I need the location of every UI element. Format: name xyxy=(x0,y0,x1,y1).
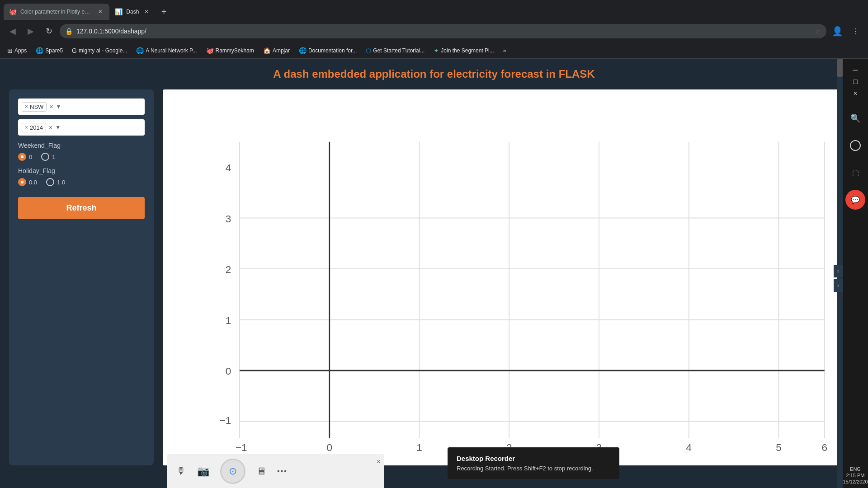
bookmark-apps[interactable]: ⊞ Apps xyxy=(4,45,30,56)
windows-sidebar: ─ □ × 🔍 ⬚ 💬 ENG 2:15 PM 15/12/2020 xyxy=(843,59,868,488)
holiday-flag-0-radio[interactable] xyxy=(18,178,26,186)
minimize-button[interactable]: ─ xyxy=(853,66,858,74)
state-dropdown[interactable]: × NSW × ▼ xyxy=(18,99,145,115)
bookmark-google-label: mighty ai - Google... xyxy=(79,47,127,54)
state-dropdown-clear[interactable]: × xyxy=(49,103,53,110)
page-header: A dash embedded application for electric… xyxy=(0,59,868,89)
camera-icon: 📷 xyxy=(197,465,209,477)
bookmark-vscode[interactable]: ⬡ Get Started Tutorial... xyxy=(362,45,428,56)
bookmark-more[interactable]: » xyxy=(500,46,510,56)
weekend-flag-group: 0 1 xyxy=(18,153,145,161)
bookmarks-bar: ⊞ Apps 🌐 Spare5 G mighty ai - Google... … xyxy=(0,42,868,59)
close-window-button[interactable]: × xyxy=(853,89,857,98)
bookmark-neural-label: A Neural Network P... xyxy=(146,47,197,54)
holiday-flag-1[interactable]: 1.0 xyxy=(46,178,65,186)
bookmark-docs[interactable]: 🌐 Documentation for... xyxy=(295,45,360,56)
recorder-body: Recording Started. Press Shift+F2 to sto… xyxy=(457,465,610,472)
recorder-title: Desktop Recorder xyxy=(457,455,610,462)
svg-text:5: 5 xyxy=(776,442,782,453)
record-icon: ⊙ xyxy=(229,465,237,477)
holiday-flag-0-label: 0.0 xyxy=(29,179,37,186)
holiday-flag-0[interactable]: 0.0 xyxy=(18,178,37,186)
language-indicator: ENG xyxy=(850,466,861,472)
svg-text:1: 1 xyxy=(226,315,231,326)
notification-icon: 💬 xyxy=(851,196,860,204)
refresh-button[interactable]: Refresh xyxy=(18,197,145,219)
back-button[interactable]: ◀ xyxy=(5,24,20,38)
vscode-icon: ⬡ xyxy=(366,47,371,54)
chart-area: 0 1 2 3 4 −1 −1 0 1 2 3 4 5 6 xyxy=(163,89,859,465)
reload-button[interactable]: ↻ xyxy=(42,24,56,38)
screen-recorder-toolbar: × 🎙 📷 ⊙ 🖥 ••• xyxy=(167,454,384,488)
collapse-left-button[interactable]: ‹ xyxy=(834,265,843,277)
main-area: × NSW × ▼ × 2014 × ▼ xyxy=(0,89,868,465)
weekend-flag-0-radio[interactable] xyxy=(18,153,26,161)
bookmark-apps-label: Apps xyxy=(14,47,27,54)
expand-right-button[interactable]: › xyxy=(834,279,843,292)
address-input[interactable]: 127.0.0.1:5000/dashapp/ xyxy=(76,28,811,35)
cortana-button[interactable] xyxy=(845,136,865,155)
year-dropdown[interactable]: × 2014 × ▼ xyxy=(18,119,145,136)
year-dropdown-arrow[interactable]: ▼ xyxy=(55,124,61,131)
record-center-button[interactable]: ⊙ xyxy=(220,459,245,484)
bookmark-segment-label: Join the Segment Pl... xyxy=(441,47,494,54)
weekend-flag-1-radio[interactable] xyxy=(41,153,49,161)
more-options-button[interactable]: ••• xyxy=(277,467,288,475)
menu-button[interactable]: ⋮ xyxy=(848,24,863,38)
bookmark-spare5[interactable]: 🌐 Spare5 xyxy=(32,45,66,56)
mic-button[interactable]: 🎙 xyxy=(176,465,186,477)
camera-button[interactable]: 📷 xyxy=(197,465,209,477)
neural-icon: 🌐 xyxy=(136,47,144,54)
maximize-button[interactable]: □ xyxy=(853,78,858,86)
state-dropdown-arrow[interactable]: ▼ xyxy=(56,103,61,110)
taskview-icon: ⬚ xyxy=(852,169,859,177)
year-dropdown-clear[interactable]: × xyxy=(49,124,52,131)
weekend-flag-0[interactable]: 0 xyxy=(18,153,32,161)
bookmark-spare5-label: Spare5 xyxy=(45,47,63,54)
chart-svg: 0 1 2 3 4 −1 −1 0 1 2 3 4 5 6 xyxy=(172,99,850,456)
github-tab[interactable]: 🐙 Color parameter in Plotly express... × xyxy=(4,4,109,20)
svg-text:4: 4 xyxy=(686,442,692,453)
bookmark-vscode-label: Get Started Tutorial... xyxy=(373,47,425,54)
dash-tab-close[interactable]: × xyxy=(142,7,150,17)
monitor-icon: 🖥 xyxy=(256,465,266,477)
weekend-flag-1-label: 1 xyxy=(52,154,55,160)
github-tab-icon: 🐙 xyxy=(9,8,17,15)
bookmark-ampjar-label: Ampjar xyxy=(273,47,290,54)
svg-text:0: 0 xyxy=(226,366,231,377)
holiday-flag-group: 0.0 1.0 xyxy=(18,178,145,186)
state-tag-close[interactable]: × xyxy=(25,103,28,110)
holiday-flag-1-radio[interactable] xyxy=(46,178,54,186)
monitor-button[interactable]: 🖥 xyxy=(256,465,266,477)
weekend-flag-0-label: 0 xyxy=(29,154,32,160)
bookmark-rammy[interactable]: 🐙 RammySekham xyxy=(203,45,258,56)
notification-button[interactable]: 💬 xyxy=(845,190,865,210)
scrollbar-thumb[interactable] xyxy=(837,59,843,77)
new-tab-button[interactable]: + xyxy=(158,5,170,18)
weekend-flag-1[interactable]: 1 xyxy=(41,153,55,161)
bookmark-star-icon[interactable]: ☆ xyxy=(815,27,821,36)
profile-icon[interactable]: 👤 xyxy=(830,24,844,38)
clock-time: 2:15 PM xyxy=(846,473,865,478)
address-bar[interactable]: 🔒 127.0.0.1:5000/dashapp/ ☆ xyxy=(60,24,826,38)
holiday-flag-label: Holiday_Flag xyxy=(18,167,145,174)
forward-button[interactable]: ▶ xyxy=(24,24,38,38)
windows-search-button[interactable]: 🔍 xyxy=(845,108,865,128)
docs-icon: 🌐 xyxy=(299,47,307,54)
dash-tab[interactable]: 📊 Dash × xyxy=(109,4,156,20)
bookmark-ampjar[interactable]: 🏠 Ampjar xyxy=(259,45,293,56)
weekend-flag-label: Weekend_Flag xyxy=(18,142,145,149)
search-icon: 🔍 xyxy=(850,113,860,123)
bookmark-segment[interactable]: ✦ Join the Segment Pl... xyxy=(430,45,497,56)
year-tag-close[interactable]: × xyxy=(25,124,28,131)
bookmark-google[interactable]: G mighty ai - Google... xyxy=(68,45,131,56)
toolbar-close-button[interactable]: × xyxy=(377,458,381,466)
svg-text:−1: −1 xyxy=(236,442,247,453)
github-tab-close[interactable]: × xyxy=(96,7,104,17)
more-icon: ••• xyxy=(277,467,288,475)
bookmark-neural[interactable]: 🌐 A Neural Network P... xyxy=(132,45,200,56)
bookmark-rammy-label: RammySekham xyxy=(216,47,254,54)
task-view-button[interactable]: ⬚ xyxy=(845,163,865,183)
segment-icon: ✦ xyxy=(434,47,439,54)
svg-text:−1: −1 xyxy=(220,415,231,426)
